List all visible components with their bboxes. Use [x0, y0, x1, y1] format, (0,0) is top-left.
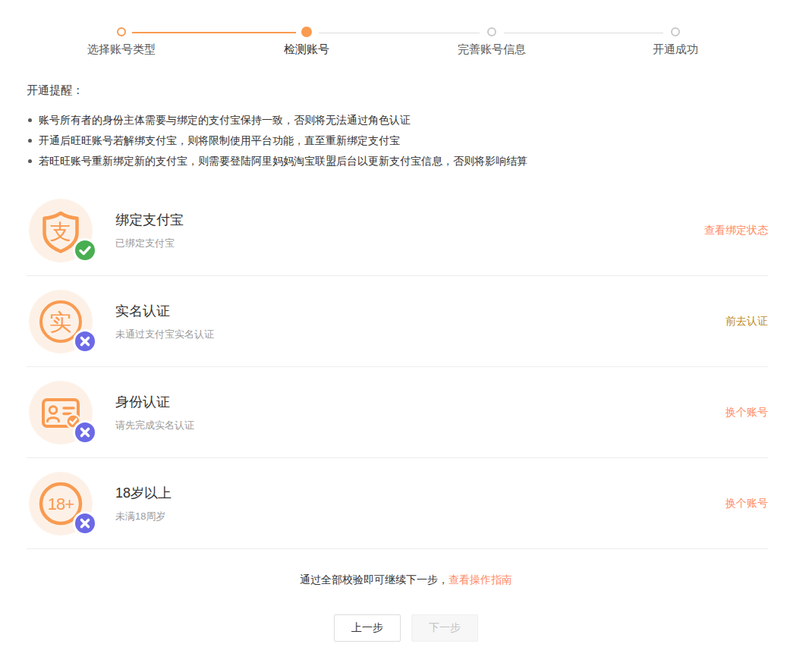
notice-item: 账号所有者的身份主体需要与绑定的支付宝保持一致，否则将无法通过角色认证 — [27, 110, 785, 130]
check-subtitle: 未通过支付宝实名认证 — [115, 328, 725, 341]
verification-list: 支 绑定支付宝 已绑定支付宝 查看绑定状态 实 — [27, 185, 768, 549]
step-dot-done-icon — [117, 27, 126, 36]
step-dot-pending-icon — [671, 27, 680, 36]
step-connector — [504, 33, 663, 33]
notice-list: 账号所有者的身份主体需要与绑定的支付宝保持一致，否则将无法通过角色认证 开通后旺… — [27, 110, 785, 171]
svg-text:18+: 18+ — [48, 495, 74, 514]
check-text: 身份认证 请先完成实名认证 — [115, 393, 725, 432]
go-verify-link[interactable]: 前去认证 — [725, 315, 768, 328]
check-row-realname: 实 实名认证 未通过支付宝实名认证 前去认证 — [27, 276, 768, 367]
check-title: 实名认证 — [115, 302, 725, 320]
notice-item: 开通后旺旺账号若解绑支付宝，则将限制使用平台功能，直至重新绑定支付宝 — [27, 130, 785, 151]
step-label: 完善账号信息 — [458, 42, 526, 57]
realname-seal-icon: 实 — [29, 290, 93, 353]
check-subtitle: 未满18周岁 — [115, 510, 725, 523]
notice-title: 开通提醒： — [27, 83, 785, 98]
step-connector-done — [132, 32, 296, 33]
wizard-buttons: 上一步 下一步 — [0, 614, 812, 642]
step-label: 选择账号类型 — [87, 42, 156, 57]
footer-hint: 通过全部校验即可继续下一步，查看操作指南 — [0, 573, 812, 587]
check-subtitle: 已绑定支付宝 — [115, 237, 704, 250]
notice-item: 若旺旺账号重新绑定新的支付宝，则需要登陆阿里妈妈淘宝联盟后台以更新支付宝信息，否… — [27, 151, 785, 171]
footer-hint-text: 通过全部校验即可继续下一步， — [300, 573, 448, 586]
svg-text:实: 实 — [49, 309, 72, 334]
alipay-shield-icon: 支 — [29, 199, 93, 262]
svg-text:支: 支 — [50, 220, 71, 243]
check-text: 18岁以上 未满18周岁 — [115, 484, 725, 523]
step-label: 开通成功 — [653, 42, 698, 57]
prev-step-button[interactable]: 上一步 — [334, 614, 401, 642]
check-title: 绑定支付宝 — [115, 211, 704, 229]
check-row-identity: 身份认证 请先完成实名认证 换个账号 — [27, 367, 768, 458]
cross-badge-icon — [73, 329, 97, 353]
wizard-stepper: 选择账号类型 检测账号 完善账号信息 开通成功 — [0, 0, 812, 64]
id-card-icon — [29, 381, 93, 444]
age-18-plus-icon: 18+ — [29, 472, 93, 536]
switch-account-link[interactable]: 换个账号 — [725, 497, 768, 510]
switch-account-link[interactable]: 换个账号 — [725, 406, 768, 419]
cross-badge-icon — [73, 511, 97, 536]
check-title: 18岁以上 — [115, 484, 725, 502]
check-subtitle: 请先完成实名认证 — [115, 419, 725, 432]
step-dot-pending-icon — [487, 27, 496, 36]
view-bind-status-link[interactable]: 查看绑定状态 — [704, 224, 768, 237]
operation-guide-link[interactable]: 查看操作指南 — [448, 573, 512, 586]
check-row-age: 18+ 18岁以上 未满18周岁 换个账号 — [27, 458, 768, 549]
next-step-button[interactable]: 下一步 — [411, 614, 478, 642]
check-title: 身份认证 — [115, 393, 725, 411]
check-text: 实名认证 未通过支付宝实名认证 — [115, 302, 725, 341]
step-dot-active-icon — [301, 27, 312, 37]
cross-badge-icon — [73, 420, 97, 444]
check-badge-icon — [73, 238, 97, 262]
step-label: 检测账号 — [284, 42, 329, 57]
activation-notice: 开通提醒： 账号所有者的身份主体需要与绑定的支付宝保持一致，否则将无法通过角色认… — [27, 83, 785, 171]
check-row-bind-alipay: 支 绑定支付宝 已绑定支付宝 查看绑定状态 — [27, 185, 768, 276]
check-text: 绑定支付宝 已绑定支付宝 — [115, 211, 704, 250]
step-connector — [319, 33, 480, 33]
